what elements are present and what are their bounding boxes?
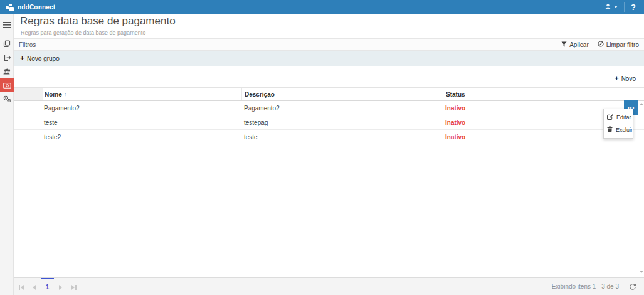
pagination-footer: 1 Exibindo itens 1 - 3 de 3 — [14, 277, 644, 295]
cell-nome: Pagamento2 — [43, 101, 241, 115]
column-header-label: Nome — [45, 91, 62, 98]
context-menu-label: Excluir — [616, 127, 633, 133]
pager: 1 — [14, 278, 80, 295]
users-icon — [3, 68, 11, 75]
column-header-descricao[interactable]: Descrição — [241, 88, 441, 100]
sidebar-item-settings[interactable] — [0, 92, 14, 106]
sidebar — [0, 14, 14, 295]
row-context-menu: Editar Excluir — [603, 109, 633, 139]
funnel-icon — [561, 41, 567, 48]
column-header-status[interactable]: Status — [441, 88, 644, 100]
clear-filter-label: Limpar filtro — [606, 41, 639, 48]
page-title: Regras data base de pagamento — [20, 15, 176, 28]
new-group-bar: + Novo grupo — [14, 51, 644, 66]
column-header-nome[interactable]: Nome ↑ — [43, 88, 241, 100]
cell-descricao: testepag — [241, 115, 441, 129]
sidebar-item-users[interactable] — [0, 65, 14, 78]
scrollbar-down-arrow[interactable] — [639, 269, 643, 274]
ndd-logo-icon — [6, 3, 14, 11]
table-header-spacer — [14, 88, 43, 100]
sidebar-menu-toggle[interactable] — [0, 18, 14, 32]
gears-icon — [3, 95, 11, 103]
rules-table: Nome ↑ Descrição Status Pagamento2 Pagam… — [14, 87, 644, 144]
brand[interactable]: nddConnect — [6, 3, 55, 11]
hamburger-icon — [3, 22, 11, 28]
clear-filter-button[interactable]: Limpar filtro — [598, 41, 639, 48]
cell-descricao: teste — [241, 130, 441, 144]
scrollbar-up-arrow[interactable] — [639, 102, 643, 107]
previous-page-button[interactable] — [28, 278, 41, 295]
table-toolbar: + Novo — [14, 66, 644, 87]
filters-bar: Filtros Aplicar Limpar filtro — [14, 38, 644, 51]
trash-icon — [607, 126, 613, 134]
new-button[interactable]: + Novo — [615, 75, 636, 82]
context-menu-delete[interactable]: Excluir — [604, 124, 633, 136]
logout-icon — [3, 54, 11, 62]
footer-right: Exibindo itens 1 - 3 de 3 — [552, 278, 636, 295]
plus-icon: + — [615, 75, 619, 82]
filters-label: Filtros — [19, 41, 36, 48]
pages-icon — [3, 40, 11, 48]
table-row[interactable]: Pagamento2 Pagamento2 Inativo — [14, 101, 644, 115]
page-subtitle: Regras para geração de data base de paga… — [21, 30, 145, 36]
chevron-down-icon — [614, 6, 618, 8]
topbar: nddConnect ? — [0, 0, 644, 14]
main-content: Regras data base de pagamento Regras par… — [14, 14, 644, 295]
money-icon — [3, 83, 11, 88]
brand-name: nddConnect — [18, 4, 55, 11]
circle-slash-icon — [598, 41, 604, 48]
help-button[interactable]: ? — [624, 2, 638, 12]
refresh-button[interactable] — [629, 283, 636, 291]
cell-nome: teste — [43, 115, 241, 129]
context-menu-label: Editar — [616, 114, 631, 121]
filter-actions: Aplicar Limpar filtro — [561, 41, 639, 48]
column-header-label: Status — [446, 91, 465, 98]
new-group-label: Novo grupo — [27, 55, 60, 62]
user-icon — [604, 1, 611, 13]
user-menu-button[interactable] — [598, 0, 624, 14]
table-header-row: Nome ↑ Descrição Status — [14, 87, 644, 101]
topbar-actions: ? — [598, 0, 638, 14]
new-button-label: Novo — [621, 75, 636, 82]
column-header-label: Descrição — [245, 91, 275, 98]
page-number-button[interactable]: 1 — [41, 278, 54, 295]
last-page-button[interactable] — [67, 278, 80, 295]
apply-filter-label: Aplicar — [569, 41, 589, 48]
sort-ascending-icon: ↑ — [64, 91, 67, 97]
cell-descricao: Pagamento2 — [241, 101, 441, 115]
context-menu-edit[interactable]: Editar — [604, 111, 633, 124]
edit-icon — [607, 114, 613, 121]
apply-filter-button[interactable]: Aplicar — [561, 41, 589, 48]
sidebar-item-documents[interactable] — [0, 37, 14, 51]
new-group-button[interactable]: + Novo grupo — [20, 55, 60, 62]
table-row[interactable]: teste2 teste Inativo — [14, 130, 644, 144]
table-row[interactable]: teste testepag Inativo — [14, 115, 644, 130]
items-summary: Exibindo itens 1 - 3 de 3 — [552, 283, 619, 290]
sidebar-item-exit[interactable] — [0, 51, 14, 65]
first-page-button[interactable] — [14, 278, 28, 295]
sidebar-item-payment-rules[interactable] — [0, 78, 14, 92]
next-page-button[interactable] — [54, 278, 67, 295]
plus-icon: + — [20, 55, 24, 62]
cell-nome: teste2 — [43, 130, 241, 144]
